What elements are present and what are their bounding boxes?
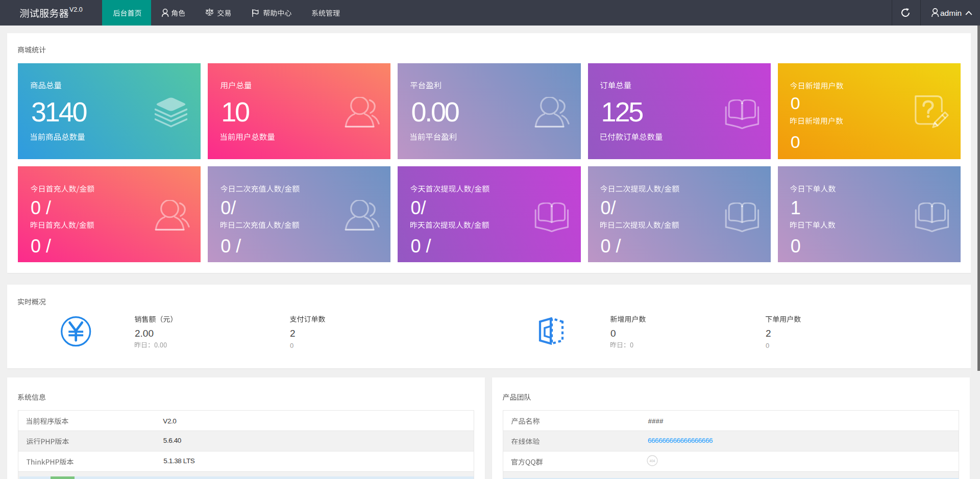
svg-text:404: 404: [650, 459, 655, 463]
